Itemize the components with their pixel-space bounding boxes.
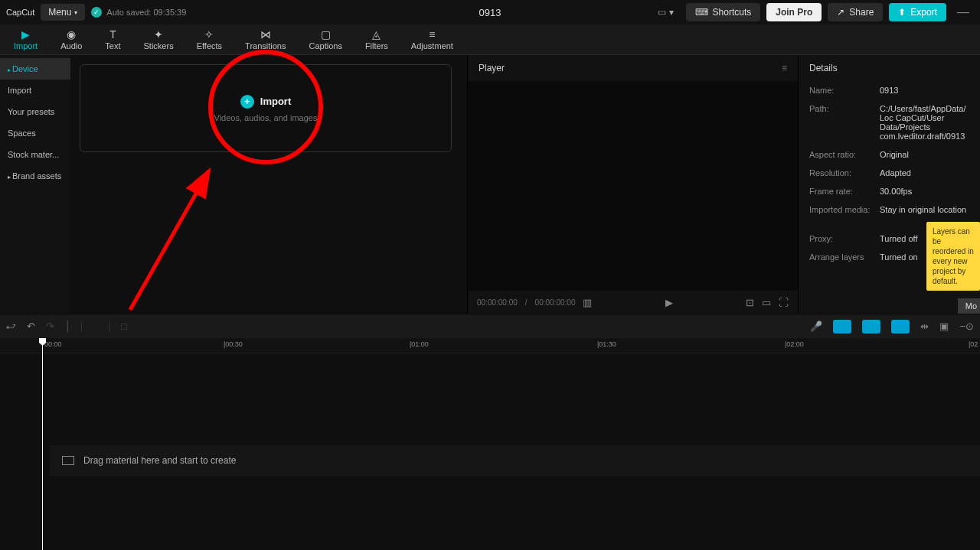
playhead[interactable] xyxy=(42,338,43,550)
ratio-icon[interactable]: ▭ xyxy=(762,297,771,308)
import-subtitle: Videos, audios, and images xyxy=(214,113,318,122)
detail-row-aspect: Aspect ratio: Original xyxy=(799,145,980,164)
shortcuts-button[interactable]: ⌨ Shortcuts xyxy=(686,3,761,21)
timeline-ruler[interactable]: 00:00 |00:30 |01:00 |01:30 |02:00 |02 xyxy=(0,338,980,353)
import-title: Import xyxy=(260,96,291,107)
modify-button[interactable]: Mo xyxy=(958,298,980,314)
timeline-drop-hint[interactable]: Drag material here and start to create xyxy=(50,445,980,476)
text-icon: T xyxy=(109,29,116,40)
topbar-left: CapCut Menu ▾ ✓ Auto saved: 09:35:39 xyxy=(6,4,186,21)
stickers-icon: ✦ xyxy=(154,29,163,40)
keyboard-icon: ⌨ xyxy=(695,7,708,18)
time-sep: / xyxy=(525,298,528,307)
details-title: Details xyxy=(809,63,838,73)
timeline[interactable]: 00:00 |00:30 |01:00 |01:30 |02:00 |02 Dr… xyxy=(0,338,980,550)
details-panel: Details Name: 0913 Path: C:/Users/fast/A… xyxy=(798,55,980,314)
aspect-ratio-icon[interactable]: ▭ ▾ xyxy=(652,4,679,21)
detail-row-path: Path: C:/Users/fast/AppData/Loc CapCut/U… xyxy=(799,99,980,145)
preview-icon[interactable] xyxy=(891,320,910,334)
delete-right-icon[interactable]: ⎹ xyxy=(101,321,110,333)
share-button[interactable]: ↗ Share xyxy=(828,3,883,21)
menu-label: Menu xyxy=(48,7,71,18)
top-bar: CapCut Menu ▾ ✓ Auto saved: 09:35:39 091… xyxy=(0,0,980,24)
minimize-icon[interactable]: — xyxy=(952,5,974,19)
film-icon xyxy=(62,456,74,465)
timeline-toolbar: ⮐ ↶ ↷ ⎮ ⎸ ⎹ □ 🎤 ⇹ ▣ −⊙ xyxy=(0,314,980,338)
redo-icon[interactable]: ↷ xyxy=(46,321,54,332)
split-icon[interactable]: ⎮ xyxy=(65,321,70,332)
crop-icon[interactable]: ⊡ xyxy=(746,297,754,308)
detail-row-name: Name: 0913 xyxy=(799,81,980,99)
sidebar-item-device[interactable]: Device xyxy=(0,58,70,80)
delete-left-icon[interactable]: ⎸ xyxy=(81,321,90,333)
hamburger-icon[interactable]: ≡ xyxy=(782,63,787,73)
ruler-tick: |01:00 xyxy=(410,340,429,348)
player-controls: 00:00:00:00 / 00:00:00:00 ▥ ▶ ⊡ ▭ ⛶ xyxy=(468,291,798,314)
effects-icon: ✧ xyxy=(204,29,214,40)
quality-icon[interactable]: ▥ xyxy=(583,297,592,308)
tab-captions[interactable]: ▢ Captions xyxy=(298,28,352,52)
link-icon[interactable] xyxy=(862,320,880,334)
drop-hint-text: Drag material here and start to create xyxy=(83,455,236,466)
import-title-row: + Import xyxy=(240,95,291,109)
menu-button[interactable]: Menu ▾ xyxy=(41,4,85,21)
chevron-down-icon: ▾ xyxy=(74,9,77,16)
mic-icon[interactable]: 🎤 xyxy=(810,321,822,332)
cover-icon[interactable]: ▣ xyxy=(939,321,949,332)
transitions-icon: ⋈ xyxy=(260,29,271,40)
audio-icon: ◉ xyxy=(67,29,76,40)
app-name: CapCut xyxy=(6,8,34,17)
import-box[interactable]: + Import Videos, audios, and images xyxy=(80,64,452,152)
player-panel: Player ≡ 00:00:00:00 / 00:00:00:00 ▥ ▶ ⊡… xyxy=(467,55,798,314)
plus-icon: + xyxy=(240,95,254,109)
play-icon[interactable]: ▶ xyxy=(665,297,673,308)
import-icon: ▶ xyxy=(21,29,30,40)
tab-adjustment[interactable]: ≡ Adjustment xyxy=(400,28,464,52)
sidebar-item-brand[interactable]: Brand assets xyxy=(0,165,70,187)
undo-icon[interactable]: ↶ xyxy=(27,321,35,332)
tab-text[interactable]: T Text xyxy=(94,28,131,52)
project-title: 0913 xyxy=(479,7,501,18)
ruler-tick: |02 xyxy=(969,340,978,348)
time-total: 00:00:00:00 xyxy=(535,298,576,307)
align-icon[interactable]: ⇹ xyxy=(920,321,929,332)
main-row: Device Import Your presets Spaces Stock … xyxy=(0,55,980,314)
tab-filters[interactable]: ◬ Filters xyxy=(354,28,399,52)
tab-stickers[interactable]: ✦ Stickers xyxy=(133,28,185,52)
sidebar: Device Import Your presets Spaces Stock … xyxy=(0,55,70,314)
details-header: Details xyxy=(799,55,980,81)
share-icon: ↗ xyxy=(837,7,844,18)
magnet-on-icon[interactable] xyxy=(833,320,851,334)
join-pro-button[interactable]: Join Pro xyxy=(766,3,822,21)
ruler-tick: |01:30 xyxy=(597,340,616,348)
autosave-status: ✓ Auto saved: 09:35:39 xyxy=(91,7,186,18)
pointer-icon[interactable]: ⮐ xyxy=(6,321,16,332)
tab-import[interactable]: ▶ Import xyxy=(3,28,48,52)
sidebar-item-presets[interactable]: Your presets xyxy=(0,101,70,122)
tab-transitions[interactable]: ⋈ Transitions xyxy=(234,28,296,52)
tab-effects[interactable]: ✧ Effects xyxy=(186,28,233,52)
zoom-out-icon[interactable]: −⊙ xyxy=(959,321,974,332)
detail-row-fps: Frame rate: 30.00fps xyxy=(799,182,980,200)
fullscreen-icon[interactable]: ⛶ xyxy=(779,297,789,308)
player-title: Player xyxy=(479,63,505,73)
check-icon: ✓ xyxy=(91,7,102,18)
tooltip-layers: Layers can be reordered in every new pro… xyxy=(926,222,980,291)
sidebar-item-import[interactable]: Import xyxy=(0,80,70,101)
delete-icon[interactable]: □ xyxy=(121,321,127,332)
tab-audio[interactable]: ◉ Audio xyxy=(50,28,93,52)
detail-row-resolution: Resolution: Adapted xyxy=(799,164,980,182)
media-area: + Import Videos, audios, and images xyxy=(70,55,467,314)
ruler-tick: |00:30 xyxy=(224,340,243,348)
captions-icon: ▢ xyxy=(321,29,331,40)
sidebar-item-stock[interactable]: Stock mater... xyxy=(0,144,70,165)
ruler-tick: |02:00 xyxy=(785,340,804,348)
autosave-text: Auto saved: 09:35:39 xyxy=(106,8,186,17)
adjustment-icon: ≡ xyxy=(429,29,435,40)
detail-row-imported: Imported media: Stay in original locatio… xyxy=(799,200,980,219)
ruler-tick: 00:00 xyxy=(44,340,62,348)
sidebar-item-spaces[interactable]: Spaces xyxy=(0,122,70,144)
player-viewport[interactable] xyxy=(468,81,798,291)
export-button[interactable]: ⬆ Export xyxy=(889,3,946,21)
topbar-right: ▭ ▾ ⌨ Shortcuts Join Pro ↗ Share ⬆ Expor… xyxy=(652,3,974,21)
